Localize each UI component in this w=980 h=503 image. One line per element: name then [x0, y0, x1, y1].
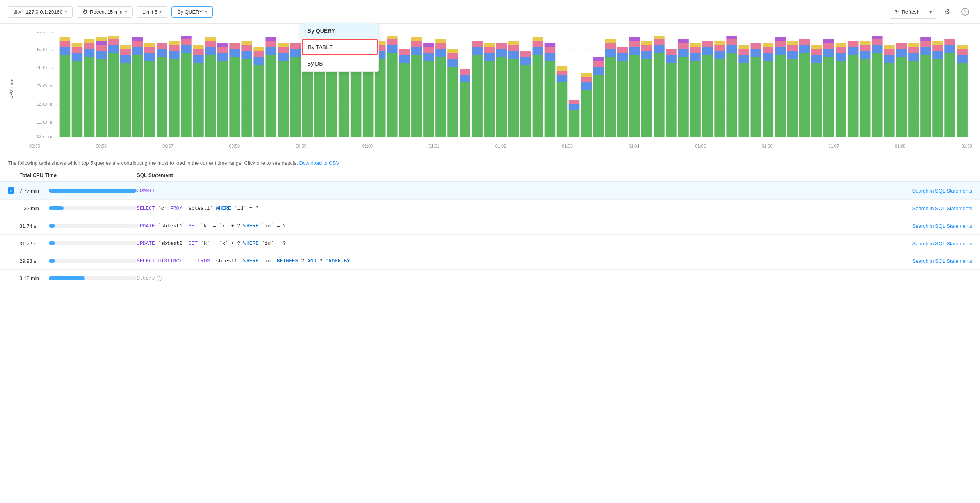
cpu-header: Total CPU Time	[20, 172, 137, 178]
svg-rect-23	[84, 49, 95, 57]
help-button[interactable]: ?	[958, 5, 972, 19]
row-action[interactable]: Search in SQL Statements	[894, 205, 972, 211]
svg-rect-59	[193, 55, 204, 63]
x-label-12: 01:07	[828, 144, 839, 148]
svg-rect-181	[593, 75, 604, 137]
svg-rect-121	[387, 39, 398, 45]
svg-rect-21	[72, 43, 83, 47]
svg-rect-145	[472, 55, 483, 137]
question-icon: ?	[961, 8, 969, 16]
svg-rect-200	[654, 53, 665, 137]
svg-rect-208	[678, 49, 689, 57]
svg-rect-65	[205, 37, 216, 41]
svg-rect-140	[447, 53, 458, 59]
svg-rect-269	[872, 39, 883, 45]
search-sql-link[interactable]: Search in SQL Statements	[912, 188, 972, 194]
svg-rect-33	[108, 39, 119, 45]
clock-icon: ⏱	[82, 9, 87, 15]
svg-rect-190	[617, 53, 628, 61]
svg-rect-222	[726, 53, 737, 137]
table-row[interactable]: 31.72 s UPDATE `sbtest2` SET `k` = `k` +…	[0, 235, 980, 252]
svg-rect-287	[932, 51, 943, 59]
svg-rect-258	[836, 47, 846, 53]
svg-rect-262	[848, 41, 859, 47]
row-sql-others: Others ?	[137, 275, 894, 281]
svg-rect-192	[629, 55, 640, 137]
svg-rect-136	[435, 43, 446, 49]
svg-rect-156	[508, 51, 519, 59]
svg-rect-81	[265, 55, 276, 137]
row-action[interactable]: Search in SQL Statements	[894, 187, 972, 194]
svg-rect-57	[181, 36, 192, 39]
x-label-2: 00:57	[162, 144, 173, 148]
server-label: tikv - 127.0.0.1:20160	[14, 9, 62, 15]
cpu-bar-container	[49, 224, 137, 228]
x-label-5: 01:00	[362, 144, 373, 148]
svg-rect-194	[629, 41, 640, 47]
cpu-bar-container	[49, 241, 137, 245]
toolbar-right: ↻ Refresh ▾ ⚙ ?	[889, 5, 972, 19]
group-by-dropdown-menu: By QUERY By TABLE By DB	[301, 23, 379, 72]
svg-rect-224	[726, 39, 737, 45]
svg-rect-213	[690, 47, 701, 53]
row-action[interactable]: Search in SQL Statements	[894, 223, 972, 229]
svg-rect-82	[265, 47, 276, 55]
others-info-icon: ?	[157, 276, 162, 281]
svg-rect-272	[884, 55, 895, 63]
dropdown-header: By QUERY	[301, 23, 378, 39]
svg-rect-133	[423, 43, 434, 47]
settings-button[interactable]: ⚙	[940, 5, 954, 19]
x-label-0: 00:55	[29, 144, 40, 148]
svg-rect-15	[60, 47, 71, 55]
table-row[interactable]: 1.32 min SELECT `c` FROM `sbtest1` WHERE…	[0, 200, 980, 217]
refresh-button[interactable]: ↻ Refresh	[889, 7, 925, 17]
search-sql-link[interactable]: Search in SQL Statements	[912, 241, 972, 246]
row-action[interactable]: Search in SQL Statements	[894, 258, 972, 264]
search-sql-link[interactable]: Search in SQL Statements	[912, 223, 972, 229]
row-cpu-value: 7.77 min	[20, 188, 137, 194]
svg-rect-64	[205, 41, 216, 47]
svg-rect-72	[229, 43, 240, 49]
svg-rect-66	[217, 61, 228, 137]
limit-dropdown[interactable]: Limit 5 ▾	[137, 6, 167, 18]
svg-rect-185	[605, 57, 616, 137]
table-row[interactable]: ✓ 7.77 min COMMIT Search in SQL Statemen…	[0, 182, 980, 200]
dropdown-item-by-db[interactable]: By DB	[301, 56, 378, 71]
dropdown-item-by-table[interactable]: By TABLE	[302, 39, 378, 55]
svg-rect-68	[217, 47, 228, 53]
svg-rect-144	[460, 69, 470, 75]
svg-rect-165	[533, 37, 543, 41]
svg-rect-285	[920, 37, 931, 41]
svg-rect-171	[557, 75, 568, 82]
server-dropdown[interactable]: tikv - 127.0.0.1:20160 ▾	[8, 6, 73, 18]
svg-rect-153	[496, 49, 507, 57]
table-row[interactable]: 29.93 s SELECT DISTINCT `c` FROM `sbtest…	[0, 252, 980, 270]
svg-rect-142	[460, 82, 470, 137]
svg-rect-207	[678, 57, 689, 137]
search-sql-link[interactable]: Search in SQL Statements	[912, 258, 972, 264]
svg-rect-270	[872, 36, 883, 39]
table-row[interactable]: 31.74 s UPDATE `sbtest1` SET `k` = `k` +…	[0, 217, 980, 235]
svg-rect-137	[435, 39, 446, 43]
search-sql-link[interactable]: Search in SQL Statements	[912, 205, 972, 211]
cpu-bar-container	[49, 259, 137, 263]
svg-rect-293	[957, 63, 968, 137]
svg-rect-236	[763, 43, 774, 47]
refresh-dropdown-button[interactable]: ▾	[925, 7, 936, 17]
svg-rect-291	[944, 45, 955, 53]
svg-rect-148	[484, 61, 495, 137]
download-csv-link[interactable]: Download to CSV	[299, 160, 339, 166]
svg-rect-162	[533, 55, 543, 137]
row-checkbox[interactable]: ✓	[8, 187, 20, 194]
svg-rect-161	[520, 51, 531, 57]
group-by-dropdown[interactable]: By QUERY ▾	[171, 6, 213, 18]
svg-rect-277	[896, 43, 907, 49]
cpu-bar-fill	[49, 224, 55, 228]
svg-rect-189	[617, 61, 628, 137]
time-range-dropdown[interactable]: ⏱ Recent 15 min ▾	[77, 6, 133, 18]
svg-rect-282	[920, 55, 931, 137]
svg-rect-233	[763, 61, 774, 137]
svg-rect-16	[60, 41, 71, 47]
row-action[interactable]: Search in SQL Statements	[894, 240, 972, 246]
svg-rect-91	[290, 43, 301, 49]
